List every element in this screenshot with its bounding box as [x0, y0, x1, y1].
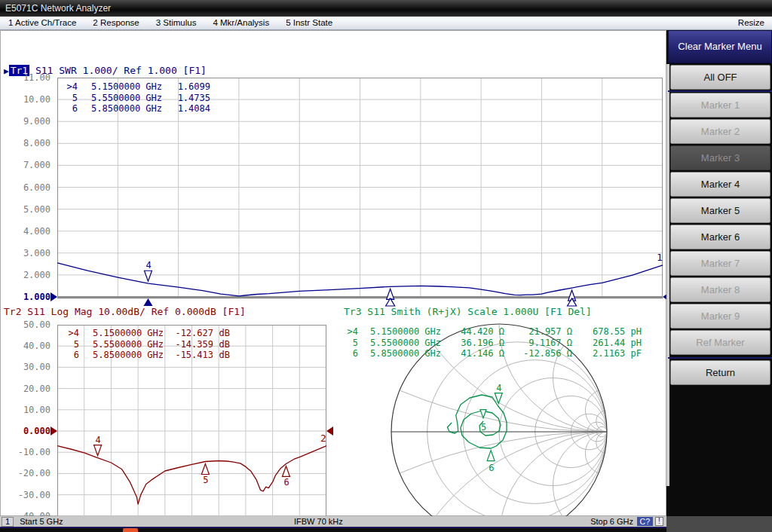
menu-item-5[interactable]: 5 Instr State	[277, 17, 341, 29]
softkey-all-off[interactable]: All OFF	[670, 65, 770, 90]
y-tick-label: 11.00	[2, 72, 51, 83]
trace1-marker-table: >45.1500000 GHz1.609955.5500000 GHz1.473…	[61, 81, 210, 115]
menu-bar: 1 Active Ch/Trace2 Response3 Stimulus4 M…	[0, 17, 772, 30]
softkey-marker-3[interactable]: Marker 3	[670, 145, 770, 170]
y-tick-label: 5.000	[2, 204, 51, 215]
y-tick-label: 50.00	[2, 320, 51, 330]
softkey-marker-2: Marker 2	[670, 119, 770, 144]
marker-row: 55.5500000 GHz-14.359dB	[63, 339, 230, 350]
sidebar-strip	[666, 64, 669, 486]
bottom-strip	[0, 528, 666, 532]
channel-indicator: 1	[2, 517, 14, 527]
y-tick-label: 40.00	[2, 341, 51, 351]
start-frequency: Start 5 GHz	[20, 517, 63, 526]
correction-badge: C?	[637, 517, 653, 526]
instrument-screen: E5071C Network Analyzer 1 Active Ch/Trac…	[0, 0, 772, 532]
trace2-header: Tr2 S11 Log Mag 10.00dB/ Ref 0.000dB [F1…	[4, 306, 246, 317]
y-tick-label: 8.000	[2, 138, 51, 148]
resize-button[interactable]: Resize	[731, 17, 772, 29]
marker-row: 55.5500000 GHz36.196 Ω9.1167 Ω261.44 pH	[342, 338, 642, 349]
marker-row: >45.1500000 GHz44.420 Ω21.957 Ω678.55 pH	[342, 326, 642, 338]
y-tick-label: 7.000	[2, 160, 51, 170]
menu-item-3[interactable]: 3 Stimulus	[148, 17, 205, 29]
marker-row: 65.8500000 GHz1.4084	[61, 103, 210, 115]
trace2-marker-table: >45.1500000 GHz-12.627dB55.5500000 GHz-1…	[63, 328, 230, 361]
y-tick-label: 3.000	[2, 248, 51, 258]
y-tick-label: 30.00	[2, 362, 51, 372]
ifbw-indicator: IFBW 70 kHz	[294, 517, 343, 526]
svg-text:4: 4	[496, 383, 501, 393]
marker-row: >45.1500000 GHz-12.627dB	[63, 328, 230, 339]
status-bar: 1 Start 5 GHz IFBW 70 kHz Stop 6 GHz C? …	[0, 516, 666, 528]
svg-text:4: 4	[146, 260, 151, 271]
marker-row: 65.8500000 GHz41.146 Ω-12.856 Ω2.1163 pF	[342, 348, 642, 359]
stop-frequency: Stop 6 GHz	[590, 517, 633, 526]
menu-item-2[interactable]: 2 Response	[84, 17, 147, 29]
trace3-marker-table: >45.1500000 GHz44.420 Ω21.957 Ω678.55 pH…	[342, 326, 642, 359]
svg-text:6: 6	[489, 463, 494, 473]
window-title: E5071C Network Analyzer	[5, 3, 111, 14]
menu-item-1[interactable]: 1 Active Ch/Trace	[0, 17, 84, 29]
svg-text:4: 4	[96, 435, 101, 445]
svg-text:2: 2	[320, 433, 326, 444]
y-tick-label: 10.00	[2, 94, 51, 105]
trace3-header: Tr3 S11 Smith (R+jX) Scale 1.000U [F1 De…	[344, 306, 592, 317]
softkey-marker-7: Marker 7	[670, 251, 770, 276]
svg-text:5: 5	[203, 475, 208, 485]
svg-text:6: 6	[283, 477, 289, 488]
y-tick-label: 4.000	[2, 226, 51, 237]
svg-text:5: 5	[481, 422, 486, 433]
window-titlebar[interactable]: E5071C Network Analyzer	[0, 0, 772, 17]
taskbar-icon-peek	[123, 528, 138, 532]
softkey-divider	[668, 357, 772, 359]
alert-badge[interactable]: !	[655, 517, 663, 526]
softkey-marker-8: Marker 8	[670, 277, 770, 302]
softkey-marker-6[interactable]: Marker 6	[670, 225, 770, 249]
y-tick-label: 2.000	[2, 270, 51, 280]
channel-window: ▶Tr1 S11 SWR 1.000/ Ref 1.000 [F1] 11.00…	[0, 30, 666, 516]
y-tick-label: 10.00	[2, 405, 51, 415]
y-tick-label: -20.00	[2, 468, 51, 478]
marker-row: 65.8500000 GHz-15.413dB	[63, 350, 230, 361]
y-tick-label: 20.00	[2, 384, 51, 394]
softkey-marker-1: Marker 1	[670, 93, 770, 118]
softkey-return[interactable]: Return	[670, 360, 770, 385]
softkey-marker-9: Marker 9	[670, 304, 770, 329]
trace1-header-text: S11 SWR 1.000/ Ref 1.000 [F1]	[29, 65, 207, 76]
y-tick-label: -30.00	[2, 490, 51, 500]
y-tick-label: 9.000	[2, 116, 51, 127]
marker-row: >45.1500000 GHz1.6099	[61, 81, 210, 93]
y-tick-label: 1.000	[2, 292, 51, 302]
y-tick-label: -10.00	[2, 447, 51, 457]
softkey-marker-5[interactable]: Marker 5	[670, 198, 770, 223]
softkey-marker-4[interactable]: Marker 4	[670, 172, 770, 197]
y-tick-label: 6.000	[2, 182, 51, 193]
y-tick-label: 0.000	[2, 426, 51, 436]
menu-item-4[interactable]: 4 Mkr/Analysis	[204, 17, 277, 29]
marker-row: 55.5500000 GHz1.4735	[61, 93, 210, 104]
softkey-menu-title: Clear Marker Menu	[668, 30, 772, 63]
softkey-ref-marker: Ref Marker	[670, 330, 770, 355]
softkey-sidebar: Clear Marker Menu All OFFMarker 1Marker …	[666, 30, 772, 516]
softkey-divider	[668, 90, 772, 92]
svg-text:1: 1	[657, 252, 663, 263]
bottom-right-corner	[666, 516, 772, 532]
